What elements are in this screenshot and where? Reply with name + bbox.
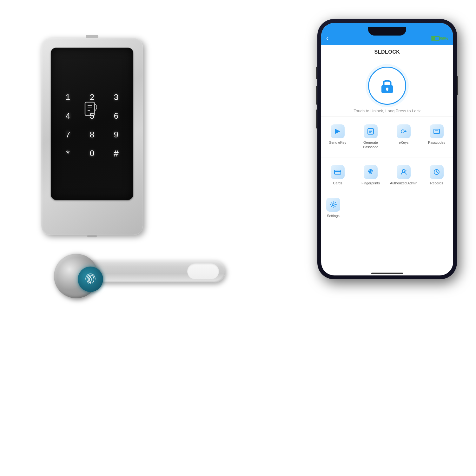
unlock-instruction: Touch to Unlock, Long Press to Lock bbox=[354, 109, 420, 113]
send-ekey-icon bbox=[331, 124, 345, 138]
passcodes-label: Passcodes bbox=[428, 140, 445, 145]
generate-passcode-icon bbox=[364, 124, 378, 138]
feature-fingerprints[interactable]: Fingerprints bbox=[354, 161, 387, 190]
key-8[interactable]: 8 bbox=[81, 127, 103, 143]
feature-generate-passcode[interactable]: Generate Passcode bbox=[354, 120, 387, 154]
settings-icon bbox=[326, 198, 340, 212]
silent-button[interactable] bbox=[316, 67, 317, 79]
phone-screen: ‹ 50% SLDLOCK bbox=[321, 23, 453, 275]
fingerprint-sensor[interactable] bbox=[78, 267, 103, 292]
generate-passcode-label: Generate Passcode bbox=[355, 140, 386, 149]
svg-point-11 bbox=[401, 130, 404, 133]
ekeys-label: eKeys bbox=[399, 140, 409, 145]
lock-bottom-button bbox=[87, 235, 97, 237]
feature-send-ekey[interactable]: Send eKey bbox=[321, 120, 354, 154]
device-name: SLDLOCK bbox=[374, 49, 400, 55]
records-label: Records bbox=[430, 181, 443, 185]
smartphone: ‹ 50% SLDLOCK bbox=[317, 19, 457, 279]
passcodes-icon bbox=[430, 124, 444, 138]
home-indicator[interactable] bbox=[371, 273, 403, 274]
feature-cards[interactable]: Cards bbox=[321, 161, 354, 190]
volume-up-button[interactable] bbox=[316, 86, 317, 105]
fingerprints-icon bbox=[364, 165, 378, 179]
authorized-admin-label: Authorized Admin bbox=[390, 181, 417, 185]
authorized-admin-icon bbox=[397, 165, 411, 179]
send-ekey-label: Send eKey bbox=[329, 140, 346, 145]
key-star[interactable]: * bbox=[57, 145, 79, 162]
product-scene: 1 2 3 4 5 6 7 8 9 * 0 # bbox=[0, 0, 476, 476]
svg-rect-0 bbox=[85, 102, 95, 116]
smart-lock: 1 2 3 4 5 6 7 8 9 * 0 # bbox=[16, 38, 232, 413]
svg-point-19 bbox=[332, 204, 334, 206]
lever-arm bbox=[92, 260, 225, 282]
phone-body: ‹ 50% SLDLOCK bbox=[317, 19, 457, 279]
svg-point-16 bbox=[402, 169, 405, 172]
records-icon bbox=[430, 165, 444, 179]
phone-notch bbox=[368, 27, 406, 36]
key-4[interactable]: 4 bbox=[57, 108, 79, 124]
settings-label: Settings bbox=[327, 214, 340, 218]
feature-ekeys[interactable]: eKeys bbox=[387, 120, 420, 154]
lock-body: 1 2 3 4 5 6 7 8 9 * 0 # bbox=[41, 38, 143, 235]
lock-top-sensor bbox=[86, 35, 98, 38]
volume-down-button[interactable] bbox=[316, 109, 317, 129]
ekeys-icon bbox=[397, 124, 411, 138]
app-title-row: SLDLOCK bbox=[321, 45, 453, 59]
feature-settings[interactable]: Settings bbox=[326, 198, 340, 218]
lock-unlock-button[interactable] bbox=[368, 67, 406, 105]
feature-grid-row1: Send eKey Generate Passcode bbox=[321, 116, 453, 157]
lock-circle-area: Touch to Unlock, Long Press to Lock bbox=[321, 59, 453, 116]
lever-insert bbox=[187, 263, 219, 279]
fingerprints-label: Fingerprints bbox=[361, 181, 380, 185]
settings-row: Settings bbox=[321, 193, 453, 221]
key-7[interactable]: 7 bbox=[57, 127, 79, 143]
key-3[interactable]: 3 bbox=[105, 89, 127, 105]
cards-label: Cards bbox=[333, 181, 342, 185]
key-9[interactable]: 9 bbox=[105, 127, 127, 143]
feature-records[interactable]: Records bbox=[420, 161, 453, 190]
feature-authorized-admin[interactable]: Authorized Admin bbox=[387, 161, 420, 190]
feature-grid-row2: Cards Fingerprints bbox=[321, 157, 453, 193]
key-0[interactable]: 0 bbox=[81, 145, 103, 162]
key-1[interactable]: 1 bbox=[57, 89, 79, 105]
back-button[interactable]: ‹ bbox=[326, 34, 328, 43]
battery-area: 50% bbox=[431, 36, 448, 41]
padlock-icon bbox=[378, 76, 397, 95]
svg-rect-12 bbox=[434, 129, 440, 134]
battery-percent: 50% bbox=[441, 36, 448, 40]
key-6[interactable]: 6 bbox=[105, 108, 127, 124]
lock-keypad: 1 2 3 4 5 6 7 8 9 * 0 # bbox=[51, 48, 133, 200]
feature-passcodes[interactable]: Passcodes bbox=[420, 120, 453, 154]
key-hash[interactable]: # bbox=[105, 145, 127, 162]
svg-rect-15 bbox=[334, 170, 341, 174]
fingerprint-icon bbox=[83, 271, 98, 287]
battery-icon bbox=[431, 36, 440, 41]
nfc-icon bbox=[83, 99, 102, 118]
power-button[interactable] bbox=[457, 76, 458, 95]
cards-icon bbox=[331, 165, 345, 179]
svg-rect-6 bbox=[387, 89, 388, 91]
